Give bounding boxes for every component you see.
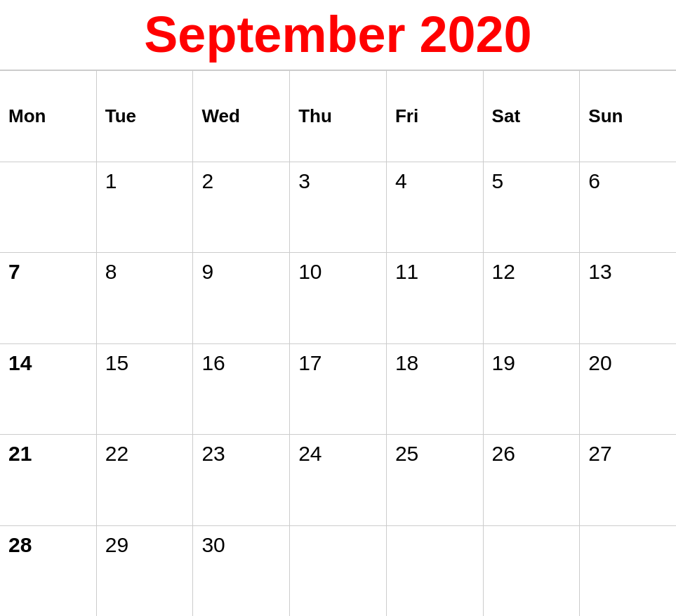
calendar-day-cell: 6 <box>580 162 676 252</box>
day-number: 1 <box>105 169 117 193</box>
calendar-day-cell <box>0 162 97 252</box>
calendar-grid: MonTueWedThuFriSatSun 123456789101112131… <box>0 71 676 616</box>
calendar-day-cell: 5 <box>484 162 581 252</box>
day-header-cell-tue: Tue <box>97 71 194 161</box>
day-number: 15 <box>105 351 128 375</box>
calendar-day-cell: 18 <box>387 344 484 434</box>
calendar-title: September 2020 <box>144 7 531 63</box>
calendar-day-cell: 17 <box>290 344 387 434</box>
day-number: 24 <box>298 442 322 466</box>
calendar-week-row-5: 282930 <box>0 526 676 616</box>
calendar-day-cell: 24 <box>290 435 387 525</box>
day-number: 5 <box>492 169 504 193</box>
day-number: 2 <box>201 169 213 193</box>
day-number: 30 <box>201 533 225 557</box>
calendar-day-cell: 10 <box>290 253 387 343</box>
day-number: 7 <box>8 260 20 284</box>
day-header-cell-wed: Wed <box>193 71 290 161</box>
calendar-day-cell: 2 <box>193 162 290 252</box>
day-header-label: Wed <box>201 105 239 127</box>
day-number: 29 <box>105 533 128 557</box>
day-header-cell-sat: Sat <box>484 71 581 161</box>
day-number: 9 <box>201 260 213 284</box>
calendar-day-cell: 28 <box>0 526 97 616</box>
day-number: 14 <box>8 351 32 375</box>
calendar-day-cell: 3 <box>290 162 387 252</box>
day-number: 26 <box>492 442 515 466</box>
day-number: 3 <box>298 169 310 193</box>
calendar-day-cell <box>387 526 484 616</box>
calendar-day-cell: 26 <box>484 435 581 525</box>
calendar-day-cell: 1 <box>97 162 194 252</box>
day-header-label: Fri <box>395 105 418 127</box>
day-header-cell-thu: Thu <box>290 71 387 161</box>
calendar-day-cell: 25 <box>387 435 484 525</box>
calendar-day-cell: 27 <box>580 435 676 525</box>
calendar-header: September 2020 <box>0 0 676 71</box>
calendar-week-row-4: 21222324252627 <box>0 435 676 525</box>
day-number: 27 <box>588 442 611 466</box>
day-header-label: Sat <box>492 105 520 127</box>
day-number: 4 <box>395 169 407 193</box>
calendar-day-cell <box>290 526 387 616</box>
day-number: 28 <box>8 533 32 557</box>
calendar-day-cell: 15 <box>97 344 194 434</box>
calendar-day-cell: 12 <box>484 253 581 343</box>
day-number: 20 <box>588 351 611 375</box>
calendar-week-row-3: 14151617181920 <box>0 344 676 435</box>
calendar-day-cell <box>484 526 581 616</box>
calendar-day-cell: 21 <box>0 435 97 525</box>
calendar-day-cell: 16 <box>193 344 290 434</box>
day-header-label: Tue <box>105 105 136 127</box>
day-number: 25 <box>395 442 418 466</box>
day-number: 13 <box>588 260 611 284</box>
calendar-day-cell: 30 <box>193 526 290 616</box>
calendar-day-cell: 14 <box>0 344 97 434</box>
day-number: 6 <box>588 169 600 193</box>
calendar-day-cell: 23 <box>193 435 290 525</box>
day-number: 21 <box>8 442 32 466</box>
calendar-day-cell: 8 <box>97 253 194 343</box>
day-header-label: Sun <box>588 105 623 127</box>
calendar-day-cell <box>580 526 676 616</box>
calendar-week-row-2: 78910111213 <box>0 253 676 343</box>
calendar-day-cell: 19 <box>484 344 581 434</box>
calendar-day-cell: 7 <box>0 253 97 343</box>
day-number: 19 <box>492 351 515 375</box>
calendar-week-row-1: 123456 <box>0 162 676 253</box>
day-number: 22 <box>105 442 128 466</box>
calendar-day-cell: 13 <box>580 253 676 343</box>
calendar-day-cell: 20 <box>580 344 676 434</box>
day-header-cell-mon: Mon <box>0 71 97 161</box>
day-header-cell-fri: Fri <box>387 71 484 161</box>
day-header-label: Mon <box>8 105 46 127</box>
calendar-day-cell: 11 <box>387 253 484 343</box>
calendar-day-cell: 4 <box>387 162 484 252</box>
day-number: 17 <box>298 351 322 375</box>
day-number: 11 <box>395 260 418 284</box>
calendar-day-cell: 9 <box>193 253 290 343</box>
day-number: 23 <box>201 442 225 466</box>
day-number: 18 <box>395 351 418 375</box>
day-number: 10 <box>298 260 322 284</box>
day-number: 8 <box>105 260 117 284</box>
day-number: 16 <box>201 351 225 375</box>
calendar-day-cell: 22 <box>97 435 194 525</box>
calendar-header-row: MonTueWedThuFriSatSun <box>0 71 676 162</box>
day-header-cell-sun: Sun <box>580 71 676 161</box>
day-header-label: Thu <box>298 105 332 127</box>
day-number: 12 <box>492 260 515 284</box>
calendar-container: September 2020 MonTueWedThuFriSatSun 123… <box>0 0 676 616</box>
calendar-day-cell: 29 <box>97 526 194 616</box>
